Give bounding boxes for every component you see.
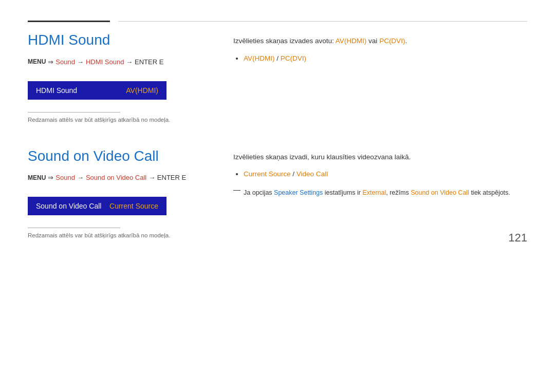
- section2-note-sovc: Sound on Video Call: [411, 189, 469, 196]
- section-sound-video-call: Sound on Video Call MENU ⇒ Sound → Sound…: [28, 147, 527, 239]
- section2-note: Redzamais attēls var būt atšķirīgs atkar…: [28, 232, 213, 238]
- section2-menu-sep1: →: [77, 174, 84, 181]
- section1-menu-enter: → ENTER E: [126, 58, 163, 66]
- menu-icon-2: MENU: [28, 174, 46, 181]
- top-rule-left: [28, 21, 110, 22]
- section1-mockup: HDMI Sound AV(HDMI): [28, 81, 166, 100]
- section2-divider: [28, 228, 120, 228]
- section2-title: Sound on Video Call: [28, 147, 213, 165]
- section1-pcdvi-link: PC(DVI): [379, 37, 405, 45]
- section1-right: Izvēlieties skaņas izvades avotu: AV(HDM…: [233, 31, 527, 123]
- section2-note-dash: ―: [233, 185, 240, 198]
- section1-footer: Redzamais attēls var būt atšķirīgs atkar…: [28, 112, 213, 123]
- section2-list-item: Current Source / Video Call: [244, 169, 527, 180]
- section1-desc-pre: Izvēlieties skaņas izvades avotu:: [233, 37, 336, 45]
- section2-list-sep: /: [291, 170, 297, 178]
- section1-mockup-label: HDMI Sound: [36, 86, 77, 95]
- section2-list-videocall: Video Call: [297, 170, 328, 178]
- section2-footer: Redzamais attēls var būt atšķirīgs atkar…: [28, 228, 213, 238]
- section1-desc: Izvēlieties skaņas izvades avotu: AV(HDM…: [233, 35, 527, 47]
- section1-list-sep: /: [275, 54, 281, 62]
- section2-note-post: , režīms: [386, 189, 411, 196]
- section1-desc-vai: vai: [366, 37, 379, 45]
- section1-list-avhdmi: AV(HDMI): [244, 54, 275, 62]
- section1-menu-hdmi: HDMI Sound: [86, 58, 124, 66]
- section1-title: HDMI Sound: [28, 31, 213, 49]
- menu-arrow-icon-1: ⇒: [48, 58, 53, 66]
- section1-list: AV(HDMI) / PC(DVI): [233, 53, 527, 65]
- menu-icon-1: MENU: [28, 58, 46, 65]
- section2-note-external: External: [362, 189, 386, 196]
- section2-note-text: Ja opcijas Speaker Settings iestatījums …: [244, 188, 510, 198]
- section1-left: HDMI Sound MENU ⇒ Sound → HDMI Sound → E…: [28, 31, 233, 123]
- section1-mockup-value: AV(HDMI): [126, 86, 158, 95]
- section2-desc: Izvēlieties skaņas izvadi, kuru klausīti…: [233, 152, 527, 163]
- section2-right: Izvēlieties skaņas izvadi, kuru klausīti…: [233, 147, 527, 239]
- section2-list: Current Source / Video Call: [233, 169, 527, 180]
- page-number: 121: [508, 231, 527, 245]
- top-rule: [28, 21, 527, 22]
- top-rule-right: [118, 21, 527, 22]
- section1-list-pcdvi: PC(DVI): [281, 54, 306, 62]
- section2-menu-sound: Sound: [55, 174, 75, 181]
- section1-desc-end: .: [405, 37, 407, 45]
- section2-note-speaker: Speaker Settings: [274, 189, 323, 196]
- menu-arrow-icon-2: ⇒: [48, 174, 53, 181]
- section2-menu-sovc: Sound on Video Call: [86, 174, 146, 181]
- section2-note-mid: iestatījums ir: [323, 189, 362, 196]
- section1-divider: [28, 112, 120, 113]
- section2-left: Sound on Video Call MENU ⇒ Sound → Sound…: [28, 147, 233, 239]
- section2-mockup-label: Sound on Video Call: [36, 202, 101, 210]
- section1-list-item: AV(HDMI) / PC(DVI): [244, 53, 527, 65]
- page-container: HDMI Sound MENU ⇒ Sound → HDMI Sound → E…: [0, 0, 555, 259]
- section2-note-pre: Ja opcijas: [244, 189, 274, 196]
- section-hdmi-sound: HDMI Sound MENU ⇒ Sound → HDMI Sound → E…: [28, 31, 527, 123]
- section1-menu-sep1: →: [77, 58, 84, 66]
- section2-list-current: Current Source: [244, 170, 291, 178]
- section2-menu-path: MENU ⇒ Sound → Sound on Video Call → ENT…: [28, 174, 213, 181]
- section2-mockup-value: Current Source: [109, 202, 158, 210]
- section2-mockup: Sound on Video Call Current Source: [28, 197, 166, 215]
- section2-note-end: tiek atspējots.: [469, 189, 510, 196]
- section1-avhdmi-link: AV(HDMI): [336, 37, 367, 45]
- section1-note: Redzamais attēls var būt atšķirīgs atkar…: [28, 117, 213, 123]
- section2-note-block: ― Ja opcijas Speaker Settings iestatījum…: [233, 185, 527, 198]
- section-gap: [28, 123, 527, 147]
- section1-menu-path: MENU ⇒ Sound → HDMI Sound → ENTER E: [28, 58, 213, 66]
- section1-menu-sound: Sound: [55, 58, 75, 66]
- section2-menu-enter: → ENTER E: [149, 174, 186, 181]
